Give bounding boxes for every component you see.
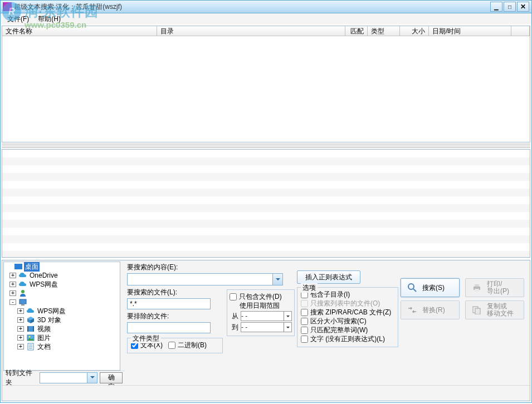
- replace-icon: [407, 304, 418, 316]
- svg-rect-1: [19, 299, 26, 304]
- opt-case-checkbox[interactable]: [301, 318, 308, 325]
- expand-icon[interactable]: +: [9, 273, 16, 278]
- tree-this-pc[interactable]: -: [4, 298, 120, 307]
- opt-listonly-checkbox: [301, 300, 308, 307]
- filetype-binary-checkbox[interactable]: [168, 342, 175, 349]
- date-to-label: 到: [230, 323, 238, 332]
- chevron-down-icon[interactable]: [284, 323, 291, 332]
- printer-icon: [471, 282, 482, 293]
- date-from-label: 从: [230, 312, 238, 321]
- tree-wps-cloud[interactable]: + WPS网盘: [4, 280, 120, 289]
- exclude-label: 要排除的文件:: [127, 312, 224, 321]
- print-export-button: 打印/ 导出(P): [465, 278, 524, 297]
- chevron-down-icon[interactable]: [284, 312, 291, 321]
- user-icon: [18, 289, 27, 297]
- preview-panel[interactable]: [2, 149, 530, 258]
- tree-onedrive[interactable]: + OneDrive: [4, 271, 120, 280]
- expand-icon[interactable]: +: [9, 282, 16, 287]
- svg-rect-15: [475, 284, 479, 287]
- filetype-legend: 文件类型: [131, 334, 161, 343]
- date-range-group: 只包含文件(D) 使用日期范围 从 - - 到 - -: [227, 289, 295, 336]
- only-include-label: 只包含文件(D): [239, 292, 282, 302]
- exclude-files-input[interactable]: [127, 322, 211, 333]
- close-button[interactable]: ✕: [517, 2, 529, 12]
- tree-pictures[interactable]: + 图片: [4, 333, 120, 342]
- date-to-input[interactable]: - -: [241, 322, 292, 332]
- app-icon: [3, 2, 12, 11]
- svg-point-0: [21, 290, 25, 293]
- preview-content: [2, 150, 530, 257]
- search-panel: 桌面 + OneDrive + WPS网盘 +: [2, 260, 530, 401]
- date-from-input[interactable]: - -: [241, 311, 292, 321]
- col-directory[interactable]: 目录: [157, 26, 345, 36]
- pictures-icon: [26, 334, 35, 342]
- col-match[interactable]: 匹配: [345, 26, 368, 36]
- opt-case-label: 区分大小写搜索(C): [310, 317, 367, 326]
- expand-icon[interactable]: +: [17, 344, 24, 349]
- minimize-button[interactable]: ▁: [490, 2, 502, 12]
- options-legend: 选项: [301, 283, 318, 293]
- goto-folder-combo[interactable]: [40, 372, 97, 383]
- expand-icon[interactable]: +: [9, 290, 16, 296]
- svg-rect-18: [475, 308, 480, 314]
- expand-icon[interactable]: +: [17, 308, 24, 314]
- only-include-checkbox[interactable]: [230, 293, 237, 300]
- goto-folder-row: 转到文件夹 确定: [3, 371, 125, 384]
- chevron-down-icon[interactable]: [272, 274, 282, 285]
- video-icon: [26, 325, 35, 333]
- cloud-icon: [18, 280, 27, 288]
- filetype-binary-label: 二进制(B): [178, 341, 207, 350]
- tree-documents[interactable]: + 文档: [4, 342, 120, 351]
- collapse-icon[interactable]: -: [9, 299, 16, 305]
- title-bar: 超级文本搜索 汉化：苦瓜甘甜(wszjf) ▁ □ ✕: [0, 0, 532, 13]
- svg-rect-4: [27, 326, 28, 332]
- tree-user[interactable]: +: [4, 289, 120, 298]
- menu-file[interactable]: 文件(F): [3, 13, 33, 25]
- copy-icon: [471, 304, 482, 316]
- tree-wps-cloud-2[interactable]: + WPS网盘: [4, 307, 120, 316]
- goto-label: 转到文件夹: [6, 368, 37, 387]
- col-datetime[interactable]: 日期/时间: [429, 26, 511, 36]
- results-body: [2, 36, 530, 142]
- col-filename[interactable]: 文件名称: [2, 26, 157, 36]
- opt-whole-checkbox[interactable]: [301, 327, 308, 334]
- use-date-label: 使用日期范围: [240, 301, 280, 311]
- col-size[interactable]: 大小: [400, 26, 429, 36]
- expand-icon[interactable]: +: [17, 317, 24, 323]
- opt-whole-label: 只匹配完整单词(W): [310, 326, 368, 335]
- maximize-button[interactable]: □: [504, 2, 516, 12]
- tree-desktop[interactable]: 桌面: [4, 262, 120, 271]
- results-header: 文件名称 目录 匹配 类型 大小 日期/时间: [2, 26, 530, 36]
- main-container: 文件名称 目录 匹配 类型 大小 日期/时间 桌面: [0, 24, 532, 403]
- expand-icon[interactable]: +: [17, 335, 24, 341]
- computer-icon: [18, 298, 27, 306]
- replace-button: 替换(R): [401, 300, 460, 319]
- splitter-1[interactable]: [2, 144, 530, 148]
- chevron-down-icon[interactable]: [87, 373, 97, 383]
- opt-listonly-label: 只搜索列表中的文件(O): [310, 299, 380, 308]
- col-extra[interactable]: [511, 26, 530, 36]
- documents-icon: [26, 343, 35, 351]
- cloud-icon: [18, 272, 27, 279]
- insert-regex-button[interactable]: 插入正则表达式: [297, 270, 360, 284]
- col-type[interactable]: 类型: [368, 26, 400, 36]
- expand-icon[interactable]: +: [17, 326, 24, 332]
- search-icon: [407, 282, 418, 293]
- svg-rect-2: [21, 304, 25, 306]
- folder-tree[interactable]: 桌面 + OneDrive + WPS网盘 +: [3, 262, 120, 371]
- tree-3d-objects[interactable]: + 3D 对象: [4, 316, 120, 324]
- results-list[interactable]: 文件名称 目录 匹配 类型 大小 日期/时间: [2, 26, 530, 142]
- opt-archives-checkbox[interactable]: [301, 309, 308, 316]
- svg-point-12: [408, 284, 414, 289]
- search-content-combo[interactable]: [127, 273, 283, 285]
- search-button[interactable]: 搜索(S): [401, 278, 460, 297]
- desktop-icon: [14, 263, 23, 270]
- search-files-input[interactable]: [127, 298, 211, 309]
- opt-literal-checkbox[interactable]: [301, 336, 308, 343]
- menu-help[interactable]: 帮助(H): [33, 13, 65, 25]
- goto-ok-button[interactable]: 确定: [100, 372, 123, 383]
- opt-archives-label: 搜索 ZIP/RAR/CAB 文件(Z): [310, 308, 391, 317]
- svg-rect-16: [475, 289, 479, 292]
- svg-rect-5: [33, 326, 34, 332]
- tree-videos[interactable]: + 视频: [4, 324, 120, 333]
